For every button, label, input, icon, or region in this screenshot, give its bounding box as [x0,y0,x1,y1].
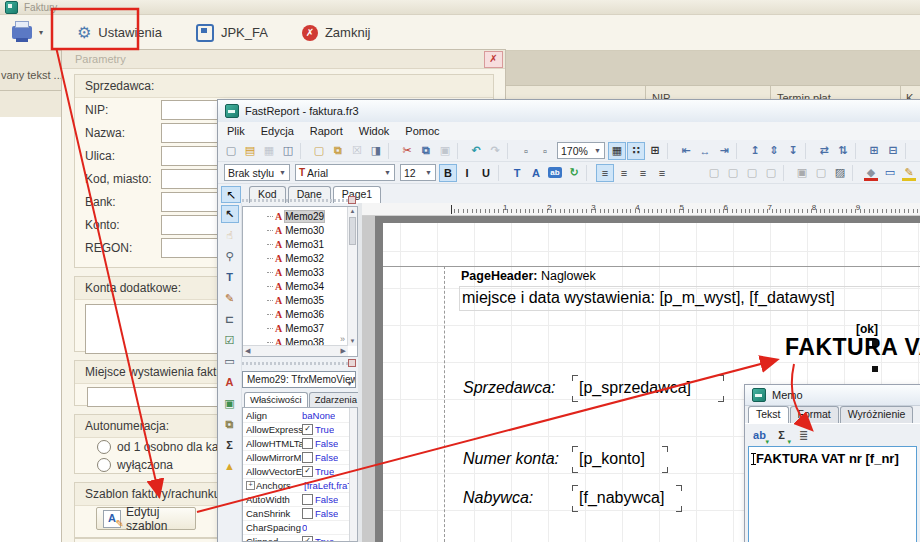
tree-item[interactable]: A Memo35 [243,293,348,307]
checkbox-icon[interactable] [302,452,313,463]
band-structure-icon[interactable]: ⊏ [221,310,239,328]
undo-icon[interactable]: ↶ [467,142,485,160]
same-width-icon[interactable]: ↔ [915,142,920,160]
scroll-left-icon[interactable]: ◀ [245,347,250,355]
checkbox-icon[interactable] [302,536,313,542]
memo-label[interactable]: Sprzedawca: [463,379,556,397]
text-cursor-tool-icon[interactable]: T [221,268,239,286]
AllowVectorE[interactable]: + AllowVectorE True [243,465,350,479]
subreport-object-icon[interactable]: ⧉ [221,415,239,433]
center-h-band-icon[interactable]: ⊞ [865,142,883,160]
checkbox-icon[interactable] [302,438,313,449]
AllowExpress[interactable]: + AllowExpress True [243,423,350,437]
font-color-icon[interactable]: T [508,164,526,182]
zoom-combo[interactable]: 170% ▼ [557,142,605,159]
frame-object-icon[interactable]: ▭ [221,352,239,370]
checkbox-icon[interactable] [302,494,313,505]
close-app-button[interactable]: ✗ Zamknij [298,22,375,44]
delete-page-icon[interactable]: ☒ [348,142,366,160]
text-align-center-icon[interactable]: ≡ [615,164,633,182]
new-report-icon[interactable]: ▢ [222,142,240,160]
open-report-icon[interactable]: ▤ [241,142,259,160]
frame-edit-icon[interactable]: ▨ [831,164,849,182]
memo-invoice-title[interactable]: FAKTURA VAT nr [f_nr] [785,334,920,361]
wordwrap-icon[interactable]: ≣ [794,426,813,444]
page-settings-icon[interactable]: ◨ [367,142,385,160]
frame-top-icon[interactable]: ▢ [705,164,723,182]
zoom-tool-icon[interactable]: ⚲ [221,247,239,265]
preview-icon[interactable]: ◫ [279,142,297,160]
panel-button-icon[interactable] [348,359,356,367]
highlight-icon[interactable]: ab [546,164,564,182]
show-grid-icon[interactable]: ▦ [608,142,626,160]
tree-item[interactable]: A Memo33 [243,265,348,279]
Align[interactable]: + Align baNone [243,409,350,423]
menu-item[interactable]: Pomoc [405,125,439,137]
memo-header-line[interactable]: miejsce i data wystawienia: [p_m_wyst], … [459,286,920,311]
align-bottom-icon[interactable]: ↧ [784,142,802,160]
select-mode-button[interactable]: ↖ [221,186,241,203]
close-parametry-button[interactable]: ✗ [484,51,503,68]
menu-item[interactable]: Edycja [261,125,294,137]
checkbox-icon[interactable] [302,424,313,435]
frame-all-icon[interactable]: ▣ [793,164,811,182]
text-align-left-icon[interactable]: ≡ [596,164,614,182]
scroll-up-icon[interactable]: ▲ [348,207,357,216]
toolbar-icon[interactable] [457,143,464,159]
jpk-fa-button[interactable]: JPK_FA [192,21,272,45]
selection-handle[interactable] [872,366,878,372]
grid-dots-icon[interactable]: ∷ [627,142,645,160]
checkbox-icon[interactable] [302,466,313,477]
tree-item[interactable]: A Memo36 [243,307,348,321]
copy-page-icon[interactable]: ⧉ [329,142,347,160]
group-select-icon[interactable]: ▫ [517,142,535,160]
memo-titlebar[interactable]: Memo [745,385,920,406]
tree-item[interactable]: A Memo37 [243,321,348,335]
toolbar-icon[interactable] [388,143,395,159]
memo-label[interactable]: Numer konta: [463,450,559,468]
frame-bottom-icon[interactable]: ▢ [724,164,742,182]
AllowMirrorM[interactable]: + AllowMirrorM False [243,451,350,465]
center-v-band-icon[interactable]: ⊟ [884,142,902,160]
inspector-tab[interactable]: Właściwości [244,392,308,407]
selection-handle[interactable] [872,340,878,346]
memo-tab[interactable]: Tekst [748,406,789,423]
AllowHTMLTa[interactable]: + AllowHTMLTa False [243,437,350,451]
align-center-h-icon[interactable]: ↔ [696,142,714,160]
edit-template-button[interactable]: A Edytuj szablon [96,507,196,530]
Clipped[interactable]: + Clipped True [243,535,350,542]
font-combo[interactable]: T Arial ▼ [295,164,395,181]
picture-object-icon[interactable]: ▣ [221,394,239,412]
settings-button[interactable]: ⚙ Ustawienia [73,22,166,44]
AutoWidth[interactable]: + AutoWidth False [243,493,350,507]
inspector-scrollbar[interactable] [349,408,357,541]
text-align-justify-icon[interactable]: ≡ [653,164,671,182]
CharSpacing[interactable]: + CharSpacing 0 [243,521,350,535]
memo-text-editor[interactable]: FAKTURA VAT nr [f_nr] [748,446,917,542]
inspector-tab[interactable]: Zdarzenia [309,392,363,407]
tree-item[interactable]: A Memo30 [243,223,348,237]
space-h-icon[interactable]: ⇄ [815,142,833,160]
rotate-icon[interactable]: ↻ [565,164,583,182]
cut-icon[interactable]: ✂ [398,142,416,160]
band-label[interactable]: PageHeader: Naglowek [461,269,596,283]
checkbox-icon[interactable] [302,508,313,519]
search-text-partial[interactable]: vany tekst ... [1,69,63,81]
print-button[interactable]: ▾ [8,23,47,42]
tree-vertical-scrollbar[interactable]: ▲ ▼ [347,207,357,346]
panel-button-icon[interactable] [348,196,356,204]
align-middle-icon[interactable]: ⇕ [765,142,783,160]
frame-right-icon[interactable]: ▢ [762,164,780,182]
tree-panel-grip[interactable] [242,196,358,204]
toolbar-icon[interactable] [852,165,859,181]
new-page-icon[interactable]: ▢ [310,142,328,160]
text-align-right-icon[interactable]: ≡ [634,164,652,182]
Anchors[interactable]: + Anchors [fraLeft,fraT [243,479,350,493]
memo-label[interactable]: Nabywca: [463,489,533,507]
toolbar-icon[interactable] [855,143,862,159]
system-object-icon[interactable]: ▲ [221,457,239,475]
scroll-right-icon[interactable]: ▶ [341,347,346,355]
frame-left-icon[interactable]: ▢ [743,164,761,182]
toolbar-icon[interactable] [507,143,514,159]
format-painter-icon[interactable]: ✎ [221,289,239,307]
